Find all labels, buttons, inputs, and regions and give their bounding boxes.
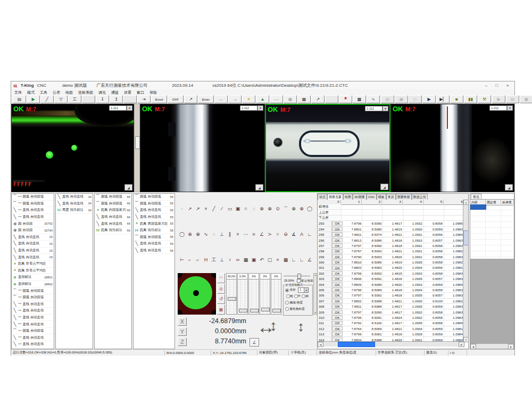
- measure-tool-icon[interactable]: ⊕: [194, 230, 202, 238]
- menu-item-捕捉[interactable]: 捕捉: [111, 90, 119, 95]
- save-slot-select[interactable]: 1▼: [298, 287, 309, 293]
- table-row[interactable]: 301OK7.88038.50831.48201.09340.80561.098…: [318, 265, 464, 270]
- measure-tool-icon[interactable]: ◯: [306, 205, 313, 212]
- measure-tool-icon[interactable]: ⊢: [178, 256, 186, 263]
- measure-item[interactable]: ╲直线自动直线15: [12, 234, 54, 241]
- ring-light-preview[interactable]: [178, 273, 216, 315]
- light-slider[interactable]: 0%: [248, 273, 259, 315]
- table-row[interactable]: 304OK7.88098.50891.48201.09330.80591.098…: [318, 282, 464, 287]
- measure-tool-icon[interactable]: ╱: [210, 205, 218, 212]
- toolbar-button[interactable]: ↥: [110, 95, 123, 103]
- table-row[interactable]: 308OK7.88118.50881.48171.09350.80591.098…: [318, 304, 464, 309]
- measure-tool-icon[interactable]: ⊥: [218, 230, 226, 238]
- table-row[interactable]: 293OK7.87968.50901.48171.09320.80581.098…: [318, 221, 464, 226]
- measure-item[interactable]: ╲直线自动直线55: [134, 248, 174, 254]
- status-section[interactable]: I O: [448, 350, 467, 356]
- scroll-left-icon[interactable]: ◀: [470, 344, 476, 349]
- menu-item-工具[interactable]: 工具: [40, 90, 47, 95]
- measure-item[interactable]: ⌒***圆弧自动圆弧: [12, 194, 54, 201]
- measure-tool-icon[interactable]: ×: [274, 256, 281, 263]
- measure-tool-icon[interactable]: ○: [242, 205, 250, 212]
- slider-thumb[interactable]: [228, 297, 236, 301]
- measure-tool-icon[interactable]: A: [298, 230, 305, 238]
- table-row[interactable]: 313OK7.87998.50811.48181.09280.80591.098…: [318, 332, 464, 337]
- light-channel-button[interactable]: ◎: [217, 284, 225, 294]
- slider-track[interactable]: [226, 279, 237, 315]
- color-radio[interactable]: [285, 307, 289, 311]
- detail-row[interactable]: [470, 222, 514, 228]
- measure-item[interactable]: ╲***直线自动直线: [12, 301, 54, 308]
- camera-view-1[interactable]: OK M:7 FFFFF 1-212▼ ◢: [11, 104, 134, 192]
- slider-track[interactable]: [271, 279, 281, 315]
- measure-item[interactable]: H距离线性标注66: [95, 227, 131, 234]
- scroll-thumb[interactable]: [338, 342, 375, 347]
- measure-item[interactable]: ⌖距离所有点平均距: [12, 261, 54, 268]
- toolbar-button[interactable]: ▶▏: [436, 95, 450, 103]
- detail-row[interactable]: [470, 234, 514, 240]
- table-row[interactable]: 302OK7.87998.50931.48151.09330.80581.098…: [318, 271, 464, 276]
- tab-绘图[interactable]: 绘图: [343, 194, 353, 200]
- measure-item[interactable]: ╲直线自动直线34: [56, 194, 93, 201]
- measure-tool-icon[interactable]: ⊕: [298, 205, 305, 212]
- scroll-right-icon[interactable]: ▶: [459, 342, 464, 347]
- measure-tool-icon[interactable]: ⌐: [194, 256, 202, 263]
- measure-item[interactable]: ⌀直径标注18801: [12, 274, 54, 281]
- toolbar-button[interactable]: ▦: [297, 95, 311, 103]
- slider-thumb[interactable]: [297, 274, 301, 279]
- measure-item[interactable]: ⌒***圆弧自动圆弧: [12, 328, 54, 335]
- measure-item[interactable]: ⌒圆弧自动圆弧66: [95, 194, 131, 201]
- measure-item[interactable]: ⊕圆自动圆15792: [12, 220, 54, 227]
- chevron-down-icon[interactable]: ▼: [507, 105, 513, 111]
- z-jog-arrows-icon[interactable]: ↕: [297, 318, 304, 335]
- measure-item[interactable]: ╲***直线自动直线: [12, 214, 54, 221]
- measure-tool-icon[interactable]: ⊕: [290, 205, 297, 212]
- measure-tool-icon[interactable]: ◌: [250, 205, 257, 212]
- table-row[interactable]: 296OK7.88138.50861.48181.09330.80571.098…: [318, 237, 464, 243]
- measure-item[interactable]: ╲***直线自动直线: [12, 341, 54, 348]
- toolbar-button[interactable]: *: [339, 95, 352, 103]
- detail-row[interactable]: [470, 245, 514, 251]
- table-row[interactable]: 306OK7.87978.50921.48181.09350.80571.098…: [318, 293, 464, 298]
- toolbar-button[interactable]: ▮▮: [464, 95, 477, 103]
- table-row[interactable]: 312OK7.87648.50691.48211.09340.80591.098…: [318, 326, 464, 332]
- minimize-button[interactable]: –: [481, 83, 491, 89]
- menu-item-公差[interactable]: 公差: [53, 90, 60, 95]
- close-button[interactable]: ×: [503, 83, 512, 89]
- toolbar-button[interactable]: ◎: [284, 95, 297, 103]
- tab-CNC[interactable]: CNC: [367, 194, 377, 200]
- measure-tool-icon[interactable]: ∕: [218, 205, 226, 212]
- measure-tool-icon[interactable]: ⊕: [266, 205, 273, 212]
- scroll-right-icon[interactable]: ▶: [508, 344, 514, 349]
- toolbar-button[interactable]: ⚒: [478, 95, 491, 103]
- measure-tool-icon[interactable]: ∿: [202, 230, 210, 238]
- toolbar-button[interactable]: ▲: [256, 95, 269, 103]
- toolbar-button[interactable]: ■: [450, 95, 463, 103]
- measure-item[interactable]: H距离线性标注55: [134, 227, 174, 234]
- measure-tool-icon[interactable]: ◌: [210, 230, 218, 238]
- measure-tool-icon[interactable]: ⋯: [242, 230, 250, 238]
- camera-resize-handle[interactable]: ◢: [380, 184, 388, 190]
- xy-jog-vertical-icon[interactable]: ↕: [270, 317, 277, 335]
- toolbar-button[interactable]: ⇥: [137, 95, 151, 103]
- splitter-thumb[interactable]: [135, 136, 140, 149]
- scroll-thumb[interactable]: [463, 230, 469, 245]
- menu-item-绘图[interactable]: 绘图: [65, 90, 73, 95]
- camera-range-combo[interactable]: 1-212▼: [240, 105, 263, 111]
- table-row[interactable]: 311OK7.87928.51001.48171.09350.80581.098…: [318, 320, 464, 326]
- menu-item-文件[interactable]: 文件: [14, 90, 22, 95]
- slider-thumb[interactable]: [261, 308, 270, 311]
- slider-thumb[interactable]: [250, 309, 259, 312]
- measure-tool-icon[interactable]: ⊕: [186, 230, 194, 238]
- table-row[interactable]: 300OK7.88108.50861.48191.09350.80581.098…: [318, 260, 464, 265]
- table-horizontal-scrollbar[interactable]: ◀ ▶: [318, 341, 464, 347]
- menu-item-设置[interactable]: 设置: [124, 90, 131, 95]
- measure-tool-icon[interactable]: ×: [234, 230, 242, 238]
- measure-tool-icon[interactable]: ↗: [194, 205, 202, 212]
- measure-item[interactable]: ⌒***圆弧自动圆弧: [12, 294, 54, 301]
- measure-tool-icon[interactable]: ⌒: [282, 205, 289, 212]
- status-section[interactable]: 世界坐标系 正交(关): [376, 350, 425, 356]
- chevron-down-icon[interactable]: ▼: [383, 106, 388, 111]
- measure-item[interactable]: ⌒***圆弧自动圆弧: [12, 201, 54, 208]
- toolbar-button[interactable]: ↗: [311, 95, 325, 103]
- table-row[interactable]: 297OK7.87978.50901.48181.09310.80581.098…: [318, 243, 464, 249]
